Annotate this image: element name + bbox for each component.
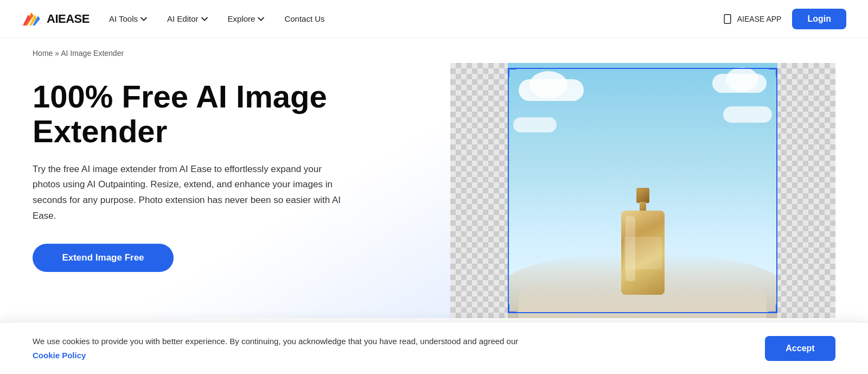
svg-rect-6 (624, 237, 662, 269)
logo[interactable]: AIEASE (22, 10, 90, 28)
login-button[interactable]: Login (792, 9, 846, 29)
mobile-icon (722, 14, 733, 24)
app-link[interactable]: AIEASE APP (722, 14, 782, 24)
svg-rect-3 (640, 202, 646, 212)
logo-icon (22, 10, 42, 28)
cloud-4 (723, 106, 772, 123)
hero-description: Try the free AI image extender from AI E… (33, 162, 347, 225)
nav-item-ai-editor[interactable]: AI Editor (167, 14, 208, 23)
breadcrumb-home[interactable]: Home (33, 49, 53, 58)
navbar: AIEASE AI Tools AI Editor Explore Contac… (0, 0, 868, 38)
hero-section: 100% Free AI Image Extender Try the free… (0, 63, 868, 318)
chevron-down-icon (140, 15, 148, 23)
cloud-3 (513, 117, 557, 132)
chevron-down-icon (201, 15, 208, 23)
nav-left: AIEASE AI Tools AI Editor Explore Contac… (22, 10, 325, 28)
hero-title: 100% Free AI Image Extender (33, 79, 429, 149)
svg-rect-2 (636, 188, 649, 203)
breadcrumb-separator: » (55, 49, 61, 58)
logo-text: AIEASE (47, 12, 90, 26)
sky-area (508, 63, 777, 318)
svg-rect-0 (724, 14, 731, 23)
nav-item-ai-tools[interactable]: AI Tools (109, 14, 148, 23)
hero-content: 100% Free AI Image Extender Try the free… (33, 63, 450, 318)
chevron-down-icon (257, 15, 265, 23)
nav-right: AIEASE APP Login (722, 9, 846, 29)
nav-item-contact-us[interactable]: Contact Us (284, 14, 324, 23)
breadcrumb: Home » AI Image Extender (0, 38, 868, 63)
breadcrumb-current: AI Image Extender (61, 49, 124, 58)
nav-item-explore[interactable]: Explore (228, 14, 265, 23)
hero-cta-button[interactable]: Extend Image Free (33, 244, 174, 272)
hero-image (450, 63, 835, 318)
cloud-1-puff (529, 71, 567, 98)
perfume-bottle (610, 188, 675, 302)
